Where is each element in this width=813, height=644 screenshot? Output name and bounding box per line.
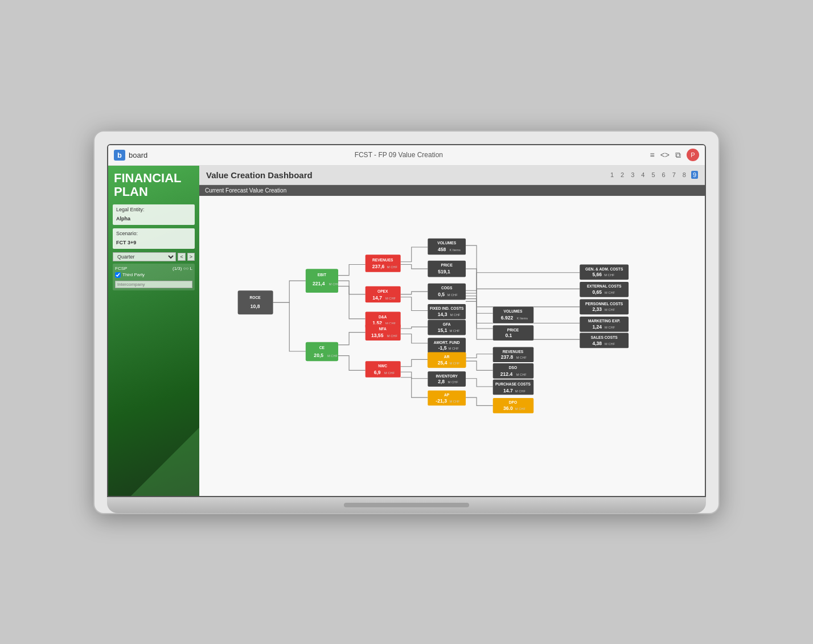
svg-text:0,65: 0,65 xyxy=(592,289,602,294)
checkbox-row-thirdparty: Third Party xyxy=(115,272,192,278)
svg-text:M CHF: M CHF xyxy=(515,389,526,392)
filter-label-scenario: Scenario: xyxy=(116,231,191,236)
svg-text:1,24: 1,24 xyxy=(592,323,602,329)
page-8[interactable]: 8 xyxy=(681,171,688,179)
svg-text:20,5: 20,5 xyxy=(314,352,323,358)
svg-text:K Items: K Items xyxy=(449,248,461,251)
app-name: board xyxy=(129,151,147,159)
sidebar-decoration xyxy=(131,428,199,496)
page-7[interactable]: 7 xyxy=(671,171,678,179)
node-ce[interactable] xyxy=(306,342,338,360)
svg-text:DPO: DPO xyxy=(509,400,517,404)
svg-text:14,7: 14,7 xyxy=(372,294,382,300)
logo-box: b xyxy=(114,150,125,161)
page-5[interactable]: 5 xyxy=(650,171,656,179)
svg-text:NFA: NFA xyxy=(379,326,387,330)
svg-text:MARKETING EXP.: MARKETING EXP. xyxy=(588,319,621,323)
svg-text:VOLUMES: VOLUMES xyxy=(504,309,523,313)
page-1[interactable]: 1 xyxy=(609,171,615,179)
svg-text:458: 458 xyxy=(438,246,446,252)
svg-text:14,3: 14,3 xyxy=(438,311,447,317)
svg-text:2,33: 2,33 xyxy=(592,306,602,312)
svg-text:212.4: 212.4 xyxy=(500,371,513,376)
page-3[interactable]: 3 xyxy=(629,171,636,179)
copy-icon[interactable]: ⧉ xyxy=(675,150,681,160)
svg-text:6.922: 6.922 xyxy=(501,314,514,320)
dashboard: Value Creation Dashboard 1 2 3 4 5 6 7 8… xyxy=(199,166,705,496)
svg-text:M CHF: M CHF xyxy=(605,342,615,345)
svg-text:M CHF: M CHF xyxy=(605,290,615,294)
dashboard-subtitle: Current Forecast Value Creation xyxy=(199,185,705,196)
page-9[interactable]: 9 xyxy=(691,171,698,179)
svg-text:M CHF: M CHF xyxy=(387,265,398,269)
tree-svg: ROCE 10,8 EBIT 221,4 M CHF CE 20,5 M CHF xyxy=(211,202,699,490)
page-2[interactable]: 2 xyxy=(619,171,626,179)
top-bar-icons: ≡ <> ⧉ P xyxy=(650,149,699,161)
svg-text:REVENUES: REVENUES xyxy=(372,257,393,261)
svg-text:M CHF: M CHF xyxy=(449,399,460,403)
filter-label-entity: Legal Entity: xyxy=(116,207,191,212)
svg-text:EBIT: EBIT xyxy=(318,273,326,277)
svg-text:GEN. & ADM. COSTS: GEN. & ADM. COSTS xyxy=(585,266,623,270)
prev-button[interactable]: < xyxy=(178,253,185,261)
svg-text:M CHF: M CHF xyxy=(448,380,459,384)
svg-text:PURCHASE COSTS: PURCHASE COSTS xyxy=(495,382,531,386)
svg-text:519,1: 519,1 xyxy=(438,268,450,274)
sidebar: FINANCIAL PLAN Legal Entity: Alpha Scena… xyxy=(108,166,199,496)
svg-text:VOLUMES: VOLUMES xyxy=(437,241,456,245)
svg-text:K Items: K Items xyxy=(517,316,528,319)
svg-text:SALES COSTS: SALES COSTS xyxy=(591,335,618,339)
user-avatar[interactable]: P xyxy=(687,149,699,161)
quarter-dropdown-row: Quarter < > xyxy=(113,252,195,261)
svg-text:M CHF: M CHF xyxy=(384,371,395,375)
page-6[interactable]: 6 xyxy=(660,171,667,179)
svg-text:DSO: DSO xyxy=(509,366,517,370)
code-icon[interactable]: <> xyxy=(660,150,670,159)
checkbox-thirdparty[interactable] xyxy=(115,272,121,278)
laptop-frame: b board FCST - FP 09 Value Creation ≡ <>… xyxy=(93,130,720,514)
svg-text:INVENTORY: INVENTORY xyxy=(436,374,458,378)
svg-text:M CHF: M CHF xyxy=(450,313,461,317)
next-button[interactable]: > xyxy=(187,253,195,261)
laptop-base xyxy=(107,497,706,513)
svg-text:0.1: 0.1 xyxy=(505,333,512,338)
filter-box-entity: Legal Entity: Alpha xyxy=(113,204,195,225)
filter-value-entity: Alpha xyxy=(116,216,130,221)
svg-text:CE: CE xyxy=(319,346,325,350)
svg-text:-1,5: -1,5 xyxy=(438,345,447,351)
svg-text:AR: AR xyxy=(444,355,450,359)
svg-text:OPEX: OPEX xyxy=(377,289,388,293)
svg-text:AP: AP xyxy=(444,393,450,397)
svg-text:2,8: 2,8 xyxy=(438,379,445,384)
quarter-dropdown[interactable]: Quarter xyxy=(113,252,176,261)
svg-text:M CHF: M CHF xyxy=(449,329,460,332)
svg-text:FIXED IND. COSTS: FIXED IND. COSTS xyxy=(430,306,464,310)
svg-text:10,8: 10,8 xyxy=(251,303,260,309)
svg-text:237.8: 237.8 xyxy=(501,354,514,360)
svg-text:5,66: 5,66 xyxy=(592,272,602,277)
svg-text:PERSONNEL COSTS: PERSONNEL COSTS xyxy=(585,302,623,306)
checkbox-title: FCSP (1/3) ○○ L xyxy=(115,266,192,271)
laptop-screen: b board FCST - FP 09 Value Creation ≡ <>… xyxy=(107,144,706,497)
node-opex[interactable] xyxy=(366,286,401,302)
svg-text:M CHF: M CHF xyxy=(387,334,398,338)
svg-text:15,1: 15,1 xyxy=(438,327,447,333)
intercompany-input[interactable] xyxy=(115,281,192,288)
sidebar-checkbox-area: FCSP (1/3) ○○ L Third Party xyxy=(113,264,195,290)
svg-text:4,38: 4,38 xyxy=(592,340,602,346)
filter-value-scenario: FCT 3+9 xyxy=(116,240,136,245)
page-4[interactable]: 4 xyxy=(639,171,646,179)
svg-text:13,55: 13,55 xyxy=(371,333,384,338)
svg-text:EXTERNAL COSTS: EXTERNAL COSTS xyxy=(587,284,622,288)
svg-text:M CHF: M CHF xyxy=(604,273,615,277)
menu-icon[interactable]: ≡ xyxy=(650,150,654,159)
svg-text:M CHF: M CHF xyxy=(516,372,527,376)
svg-text:M CHF: M CHF xyxy=(447,293,458,296)
svg-text:M CHF: M CHF xyxy=(605,308,615,311)
window-title: FCST - FP 09 Value Creation xyxy=(147,151,650,159)
dashboard-title: Value Creation Dashboard xyxy=(206,170,313,180)
node-roce[interactable] xyxy=(238,290,273,314)
svg-text:M CHF: M CHF xyxy=(327,354,338,357)
svg-text:25,4: 25,4 xyxy=(438,359,447,365)
filter-box-scenario: Scenario: FCT 3+9 xyxy=(113,228,195,249)
